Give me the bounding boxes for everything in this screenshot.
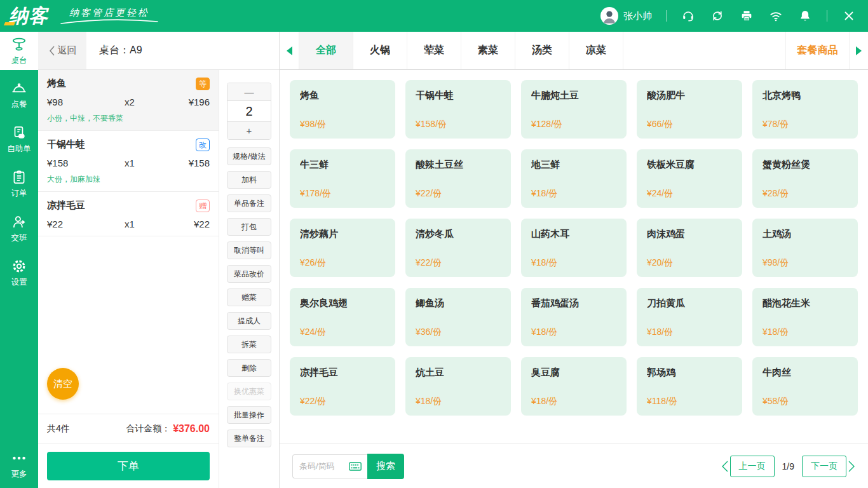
tabs-scroll-right-icon[interactable] (849, 32, 868, 69)
menu-card-凉拌毛豆[interactable]: 凉拌毛豆¥22/份 (290, 357, 395, 416)
table-label: 桌台：A9 (99, 32, 142, 69)
menu-card-铁板米豆腐[interactable]: 铁板米豆腐¥24/份 (637, 149, 742, 208)
menu-card-地三鲜[interactable]: 地三鲜¥18/份 (521, 149, 627, 208)
sidebar-item-订单[interactable]: 订单 (0, 164, 38, 203)
sidebar-item-label: 设置 (11, 277, 27, 288)
wifi-icon[interactable] (768, 8, 783, 24)
action-button-菜品改价[interactable]: 菜品改价 (227, 265, 271, 283)
tab-汤类[interactable]: 汤类 (515, 32, 569, 69)
tab-火锅[interactable]: 火锅 (353, 32, 407, 69)
action-button-取消等叫[interactable]: 取消等叫 (227, 241, 271, 259)
clear-button[interactable]: 清空 (47, 368, 79, 400)
menu-card-奥尔良鸡翅[interactable]: 奥尔良鸡翅¥24/份 (290, 288, 395, 346)
menu-card-干锅牛蛙[interactable]: 干锅牛蛙¥158/份 (405, 80, 511, 139)
menu-card-price: ¥66/份 (647, 119, 732, 130)
order-item[interactable]: 烤鱼等¥98x2¥196小份，中辣，不要香菜 (38, 70, 219, 131)
menu-card-name: 牛肉丝 (763, 367, 848, 379)
order-item-price: ¥22 (47, 219, 125, 229)
menu-card-name: 蟹黄粉丝煲 (763, 159, 848, 171)
action-button-批量操作[interactable]: 批量操作 (227, 406, 271, 424)
menu-card-清炒冬瓜[interactable]: 清炒冬瓜¥22/份 (405, 219, 511, 277)
order-item[interactable]: 凉拌毛豆赠¥22x1¥22 (38, 192, 219, 236)
slogan-underline (58, 19, 160, 25)
submit-order-button[interactable]: 下单 (47, 452, 210, 480)
search-button[interactable]: 搜索 (367, 454, 404, 479)
order-item-qty: x1 (125, 219, 164, 229)
menu-card-price: ¥128/份 (531, 119, 616, 130)
menu-card-price: ¥22/份 (300, 396, 385, 407)
order-item[interactable]: 干锅牛蛙改¥158x1¥158大份，加麻加辣 (38, 131, 219, 192)
sidebar-item-点餐[interactable]: 点餐 (0, 75, 38, 114)
sync-icon[interactable] (710, 8, 725, 24)
menu-card-牛腩炖土豆[interactable]: 牛腩炖土豆¥128/份 (521, 80, 627, 139)
action-button-单品备注[interactable]: 单品备注 (227, 194, 271, 212)
user-info[interactable]: 张小帅 (600, 7, 652, 25)
sidebar-item-更多[interactable]: 更多 (0, 445, 38, 484)
menu-card-鲫鱼汤[interactable]: 鲫鱼汤¥36/份 (405, 288, 511, 346)
action-button-赠菜[interactable]: 赠菜 (227, 288, 271, 306)
menu-card-price: ¥18/份 (416, 396, 501, 407)
menu-card-刀拍黄瓜[interactable]: 刀拍黄瓜¥18/份 (637, 288, 742, 346)
menu-card-牛三鲜[interactable]: 牛三鲜¥178/份 (290, 149, 395, 208)
action-button-规格/做法[interactable]: 规格/做法 (227, 147, 271, 165)
tab-combo-products[interactable]: 套餐商品 (785, 32, 849, 69)
menu-card-郭场鸡[interactable]: 郭场鸡¥118/份 (637, 357, 742, 416)
self-order-icon (11, 125, 27, 141)
action-button-打包[interactable]: 打包 (227, 218, 271, 236)
menu-card-烤鱼[interactable]: 烤鱼¥98/份 (290, 80, 395, 139)
menu-card-price: ¥58/份 (763, 396, 848, 407)
action-button-拆菜[interactable]: 拆菜 (227, 336, 271, 353)
menu-card-山药木耳[interactable]: 山药木耳¥18/份 (521, 219, 627, 277)
menu-card-土鸡汤[interactable]: 土鸡汤¥98/份 (752, 219, 858, 277)
menu-card-炕土豆[interactable]: 炕土豆¥18/份 (405, 357, 511, 416)
cloche-icon (11, 80, 27, 97)
menu-card-牛肉丝[interactable]: 牛肉丝¥58/份 (752, 357, 858, 416)
tab-荤菜[interactable]: 荤菜 (407, 32, 461, 69)
back-label: 返回 (58, 44, 77, 57)
menu-card-name: 清炒冬瓜 (416, 228, 501, 240)
tab-素菜[interactable]: 素菜 (461, 32, 515, 69)
tab-全部[interactable]: 全部 (299, 32, 353, 69)
menu-card-name: 北京烤鸭 (763, 90, 848, 102)
action-button-整单备注[interactable]: 整单备注 (227, 430, 271, 447)
menu-card-醋泡花生米[interactable]: 醋泡花生米¥18/份 (752, 288, 858, 346)
qty-plus-button[interactable]: + (227, 122, 271, 139)
menu-card-臭豆腐[interactable]: 臭豆腐¥18/份 (521, 357, 627, 416)
menu-card-肉沫鸡蛋[interactable]: 肉沫鸡蛋¥20/份 (637, 219, 742, 277)
menu-card-蟹黄粉丝煲[interactable]: 蟹黄粉丝煲¥28/份 (752, 149, 858, 208)
bell-icon[interactable] (797, 8, 813, 24)
menu-card-price: ¥20/份 (647, 257, 732, 269)
tabs-scroll-left-icon[interactable] (280, 32, 299, 69)
action-button-删除[interactable]: 删除 (227, 359, 271, 377)
sidebar-item-交班[interactable]: 交班 (0, 208, 38, 248)
order-item-total: ¥22 (164, 219, 210, 229)
menu-card-清炒藕片[interactable]: 清炒藕片¥26/份 (290, 219, 395, 277)
menu-grid: 烤鱼¥98/份干锅牛蛙¥158/份牛腩炖土豆¥128/份酸汤肥牛¥66/份北京烤… (290, 80, 858, 416)
menu-card-番茄鸡蛋汤[interactable]: 番茄鸡蛋汤¥18/份 (521, 288, 627, 346)
menu-card-name: 酸汤肥牛 (647, 90, 732, 102)
headset-icon[interactable] (681, 8, 696, 24)
printer-icon[interactable] (739, 8, 754, 24)
close-icon[interactable] (841, 8, 857, 24)
next-page-button[interactable]: 下一页 (802, 456, 855, 477)
prev-page-button[interactable]: 上一页 (721, 456, 775, 477)
sidebar-item-桌台[interactable]: 桌台 (0, 32, 38, 70)
back-button[interactable]: 返回 (38, 32, 86, 69)
order-panel: 烤鱼等¥98x2¥196小份，中辣，不要香菜干锅牛蛙改¥158x1¥158大份，… (38, 70, 219, 488)
sidebar-item-自助单[interactable]: 自助单 (0, 119, 38, 159)
page-indicator: 1/9 (782, 461, 794, 471)
menu-card-酸汤肥牛[interactable]: 酸汤肥牛¥66/份 (637, 80, 742, 139)
barcode-search-input[interactable] (299, 461, 348, 471)
qty-minus-button[interactable]: — (227, 83, 271, 100)
order-item-list: 烤鱼等¥98x2¥196小份，中辣，不要香菜干锅牛蛙改¥158x1¥158大份，… (38, 70, 219, 363)
sidebar-item-设置[interactable]: 设置 (0, 253, 38, 292)
action-button-提成人[interactable]: 提成人 (227, 312, 271, 330)
order-item-price: ¥158 (47, 158, 125, 168)
menu-card-北京烤鸭[interactable]: 北京烤鸭¥78/份 (752, 80, 858, 139)
keyboard-icon[interactable] (348, 459, 362, 473)
tab-凉菜[interactable]: 凉菜 (569, 32, 623, 69)
sidebar-nav: 桌台点餐自助单订单交班设置更多 (0, 32, 38, 488)
slogan-text: 纳客管店更轻松 (69, 7, 149, 19)
menu-card-酸辣土豆丝[interactable]: 酸辣土豆丝¥22/份 (405, 149, 511, 208)
action-button-加料[interactable]: 加料 (227, 171, 271, 189)
